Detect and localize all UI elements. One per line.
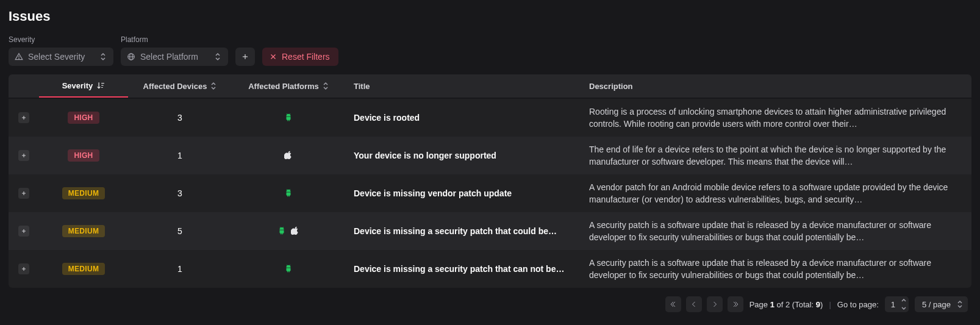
- table-row: MEDIUM5Device is missing a security patc…: [9, 212, 971, 250]
- platform-icons: [284, 113, 293, 123]
- affected-devices-count: 3: [128, 188, 232, 198]
- col-severity[interactable]: Severity: [39, 74, 128, 98]
- platform-select[interactable]: Select Platform: [121, 48, 228, 66]
- issue-title: Device is rooted: [345, 113, 581, 123]
- page-last-button[interactable]: [728, 296, 743, 312]
- page-size-label: 5 / page: [922, 300, 951, 309]
- svg-point-1: [19, 59, 20, 59]
- issue-description: A security patch is a software update th…: [581, 219, 971, 244]
- page-next-button[interactable]: [707, 296, 723, 312]
- page-title: Issues: [9, 9, 971, 24]
- platform-icons: [284, 264, 293, 274]
- issue-title: Device is missing a security patch that …: [345, 226, 581, 236]
- platform-filter-label: Platform: [121, 35, 228, 44]
- separator: |: [829, 300, 831, 309]
- affected-devices-count: 5: [128, 226, 232, 236]
- reset-filters-label: Reset Filters: [282, 52, 330, 62]
- pagination: Page 1 of 2 (Total: 9) | Go to page: 1 5…: [9, 288, 971, 313]
- issue-description: Rooting is a process of unlocking smartp…: [581, 105, 971, 130]
- chevron-updown-icon: [215, 52, 223, 61]
- issue-title: Device is missing vendor patch update: [345, 188, 581, 198]
- page-jump-input[interactable]: 1: [885, 296, 909, 312]
- affected-devices-count: 3: [128, 113, 232, 123]
- chevron-updown-icon: [210, 82, 216, 90]
- issue-title: Your device is no longer supported: [345, 151, 581, 160]
- chevron-updown-icon: [100, 52, 109, 61]
- severity-badge: MEDIUM: [62, 187, 105, 199]
- issue-title: Device is missing a security patch that …: [345, 264, 581, 274]
- table-row: HIGH3Device is rootedRooting is a proces…: [9, 99, 971, 137]
- platform-filter-group: Platform Select Platform: [121, 35, 228, 66]
- col-affected-platforms-label: Affected Platforms: [248, 82, 319, 91]
- filters-row: Severity Select Severity Platform Select…: [9, 35, 971, 66]
- issue-description: A vendor patch for an Android mobile dev…: [581, 181, 971, 206]
- table-header: Severity Affected Devices Affected Platf…: [9, 74, 971, 99]
- sort-desc-icon: [96, 81, 105, 90]
- add-filter-button[interactable]: [235, 48, 255, 66]
- severity-filter-group: Severity Select Severity: [9, 35, 113, 66]
- severity-badge: MEDIUM: [62, 225, 105, 237]
- col-affected-devices-label: Affected Devices: [143, 82, 207, 91]
- page-prev-button[interactable]: [686, 296, 702, 312]
- severity-select-placeholder: Select Severity: [28, 52, 95, 62]
- severity-badge: MEDIUM: [62, 263, 105, 275]
- goto-label: Go to page:: [837, 300, 879, 309]
- col-severity-label: Severity: [62, 81, 93, 90]
- apple-icon: [284, 151, 293, 161]
- issues-table: Severity Affected Devices Affected Platf…: [9, 74, 971, 288]
- page-size-select[interactable]: 5 / page: [915, 296, 968, 312]
- warning-icon: [15, 52, 23, 61]
- platform-icons: [284, 188, 293, 199]
- table-row: MEDIUM1Device is missing a security patc…: [9, 250, 971, 288]
- stepper-up[interactable]: [899, 296, 909, 304]
- col-description: Description: [581, 82, 971, 91]
- android-icon: [284, 188, 293, 199]
- issue-description: The end of life for a device refers to t…: [581, 143, 971, 168]
- expand-row-button[interactable]: [18, 226, 29, 237]
- android-icon: [284, 113, 293, 123]
- close-icon: [270, 53, 277, 60]
- platform-select-placeholder: Select Platform: [140, 52, 210, 62]
- chevron-updown-icon: [957, 300, 963, 309]
- col-affected-platforms[interactable]: Affected Platforms: [232, 82, 345, 91]
- col-title: Title: [345, 82, 581, 91]
- expand-row-button[interactable]: [18, 150, 29, 161]
- expand-row-button[interactable]: [18, 263, 29, 274]
- apple-icon: [291, 226, 299, 237]
- col-affected-devices[interactable]: Affected Devices: [128, 82, 232, 91]
- platform-icons: [284, 151, 293, 161]
- table-body: HIGH3Device is rootedRooting is a proces…: [9, 99, 971, 288]
- severity-select[interactable]: Select Severity: [9, 48, 113, 66]
- android-icon: [284, 264, 293, 274]
- issue-description: A security patch is a software update th…: [581, 257, 971, 282]
- page-indicator: Page 1 of 2 (Total: 9): [749, 300, 823, 309]
- affected-devices-count: 1: [128, 151, 232, 160]
- page-first-button[interactable]: [665, 296, 681, 312]
- severity-badge: HIGH: [68, 112, 99, 124]
- globe-icon: [127, 52, 135, 61]
- table-row: MEDIUM3Device is missing vendor patch up…: [9, 174, 971, 212]
- expand-row-button[interactable]: [18, 112, 29, 123]
- chevron-updown-icon: [323, 82, 329, 90]
- platform-icons: [277, 226, 299, 237]
- table-row: HIGH1Your device is no longer supportedT…: [9, 137, 971, 174]
- affected-devices-count: 1: [128, 264, 232, 274]
- pagination-buttons: [665, 296, 743, 312]
- stepper-down[interactable]: [899, 304, 909, 312]
- expand-row-button[interactable]: [18, 188, 29, 199]
- severity-filter-label: Severity: [9, 35, 113, 44]
- android-icon: [277, 226, 286, 237]
- reset-filters-button[interactable]: Reset Filters: [262, 48, 338, 66]
- severity-badge: HIGH: [68, 149, 99, 162]
